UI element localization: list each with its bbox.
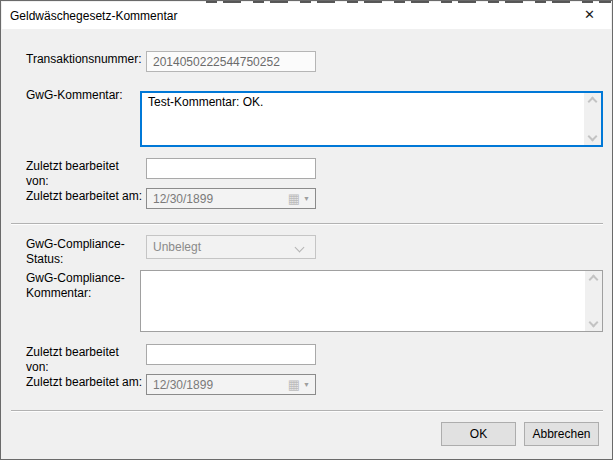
transaction-number-label: Transaktionsnummer: (26, 52, 144, 67)
scroll-up-icon[interactable] (588, 97, 598, 107)
compliance-status-dropdown: Unbelegt (146, 235, 316, 259)
dropdown-arrow-icon: ▼ (303, 381, 310, 388)
gwg-comment-input[interactable]: Test-Kommentar: OK. (142, 93, 584, 145)
button-divider (11, 410, 603, 412)
close-icon: ✕ (584, 7, 595, 22)
transaction-number-field (146, 51, 316, 72)
last-edited-by-label-1: Zuletzt bearbeitet von: (26, 159, 144, 189)
cancel-button[interactable]: Abbrechen (524, 422, 599, 446)
calendar-icon: ▦ (288, 192, 300, 205)
screen: Geldwäschegesetz-Kommentar ✕ Transaktion… (0, 0, 613, 460)
scroll-down-icon[interactable] (589, 318, 599, 328)
calendar-icon: ▦ (288, 378, 300, 391)
last-edited-by-label-2: Zuletzt bearbeitet von: (26, 345, 144, 375)
gwg-comment-label: GwG-Kommentar: (26, 88, 144, 103)
last-edited-at-datepicker-2: 12/30/1899 ▦ ▼ (146, 374, 316, 395)
last-edited-at-datepicker-1: 12/30/1899 ▦ ▼ (146, 188, 316, 209)
textarea-scrollbar[interactable] (585, 271, 602, 331)
background-window-artifact (206, 1, 611, 3)
compliance-comment-input[interactable] (141, 271, 585, 331)
last-edited-by-field-2[interactable] (146, 344, 316, 365)
compliance-comment-label: GwG-Compliance-Kommentar: (26, 271, 144, 301)
textarea-scrollbar[interactable] (584, 93, 601, 145)
close-button[interactable]: ✕ (567, 1, 612, 28)
gwg-comment-dialog: Geldwäschegesetz-Kommentar ✕ Transaktion… (0, 0, 613, 460)
last-edited-by-field-1[interactable] (146, 158, 316, 179)
date-value: 12/30/1899 (153, 378, 288, 392)
ok-button[interactable]: OK (441, 422, 516, 446)
last-edited-at-label-1: Zuletzt bearbeitet am: (26, 189, 144, 204)
chevron-down-icon (295, 243, 305, 253)
gwg-comment-textarea[interactable]: Test-Kommentar: OK. (140, 91, 603, 147)
last-edited-at-label-2: Zuletzt bearbeitet am: (26, 375, 144, 390)
date-value: 12/30/1899 (153, 192, 288, 206)
scroll-up-icon[interactable] (589, 275, 599, 285)
title-bar[interactable]: Geldwäschegesetz-Kommentar (2, 2, 611, 29)
dropdown-arrow-icon: ▼ (303, 195, 310, 202)
dialog-title: Geldwäschegesetz-Kommentar (2, 9, 177, 23)
compliance-comment-textarea[interactable] (140, 270, 603, 332)
dropdown-selected-value: Unbelegt (153, 240, 201, 254)
scroll-down-icon[interactable] (588, 132, 598, 142)
compliance-status-label: GwG-Compliance-Status: (26, 237, 144, 267)
section-divider (11, 223, 603, 225)
